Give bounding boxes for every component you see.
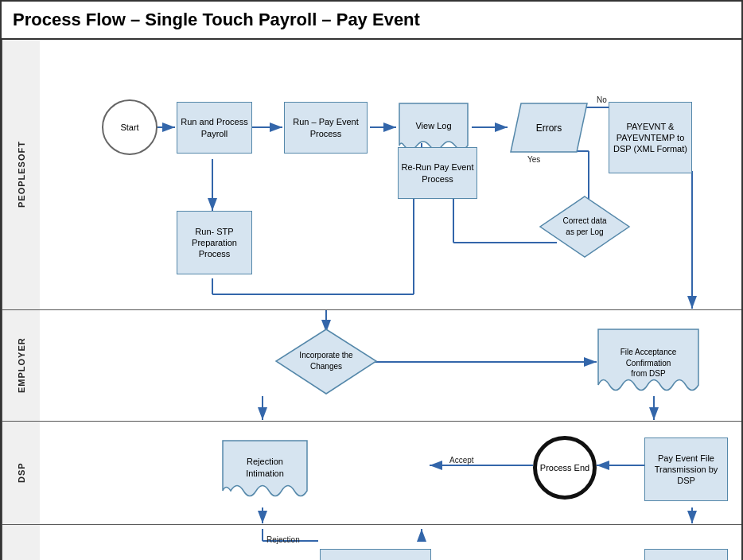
lane-content-peoplesoft: No Yes Start Run and Process Payroll Run… <box>40 40 741 309</box>
incorporate-shape: Incorporate the Changes <box>274 328 378 395</box>
label-no: No <box>597 95 607 104</box>
pay-event-file-shape: Pay Event File Transmission by DSP <box>644 438 728 501</box>
start-shape: Start <box>102 99 158 155</box>
run-pay-event-shape: Run – Pay Event Process <box>284 102 368 154</box>
process-end-label: Process End <box>540 462 589 473</box>
run-process-payroll-shape: Run and Process Payroll <box>177 102 252 154</box>
svg-marker-20 <box>540 196 629 257</box>
pay-event-file-label: Pay Event File Transmission by DSP <box>645 453 727 487</box>
page: Process Flow – Single Touch Payroll – Pa… <box>0 0 743 560</box>
lane-label-employer: EMPLOYER <box>2 310 40 421</box>
diagram-area: PEOPLESOFT <box>2 40 741 560</box>
rerun-label: Re-Run Pay Event Process <box>399 161 477 185</box>
svg-text:View Log: View Log <box>415 121 451 130</box>
rejection-intimation-shape: Rejection Intimation <box>221 439 309 503</box>
svg-text:Incorporate the: Incorporate the <box>299 351 353 360</box>
payevnt-label: PAYEVNT & PAYEVNTEMP to DSP (XML Format) <box>609 121 691 155</box>
correct-data-shape: Correct data as per Log <box>539 195 631 259</box>
label-accept: Accept <box>449 456 474 465</box>
swimlane-ato: ATO Re <box>2 525 741 560</box>
swimlane-peoplesoft: PEOPLESOFT <box>2 40 741 310</box>
svg-text:Correct data: Correct data <box>562 216 606 225</box>
svg-text:Rejection: Rejection <box>247 457 283 466</box>
svg-text:from DSP: from DSP <box>631 369 666 378</box>
lane-content-dsp: Accept Rejection Intimation Process End … <box>40 422 741 524</box>
acknowledgement-shape: Acknowledgement (Accept / Reject) <box>320 549 431 560</box>
lane-label-peoplesoft: PEOPLESOFT <box>2 40 40 309</box>
svg-text:File Acceptance: File Acceptance <box>620 348 677 356</box>
run-stp-label: Run- STP Preparation Process <box>177 226 251 260</box>
arrows-peoplesoft <box>40 40 741 309</box>
payevnt-ato-shape: PAYEVNT & PAYEVNTEMP File from DSP <box>644 549 728 560</box>
lane-label-ato: ATO <box>2 525 40 560</box>
label-yes: Yes <box>527 155 540 164</box>
lane-label-dsp: DSP <box>2 422 40 524</box>
file-acceptance-shape: File Acceptance Confirmation from DSP <box>597 328 700 395</box>
errors-shape: Errors <box>509 102 589 154</box>
run-process-payroll-label: Run and Process Payroll <box>177 116 251 139</box>
run-pay-event-label: Run – Pay Event Process <box>285 116 367 139</box>
process-end-shape: Process End <box>533 436 597 500</box>
start-label: Start <box>120 122 138 133</box>
svg-text:Changes: Changes <box>310 362 342 371</box>
lane-content-ato: Rejection Acknowledgement (Accept / Reje… <box>40 525 741 560</box>
lane-content-employer: Incorporate the Changes File Acceptance … <box>40 310 741 421</box>
svg-text:Errors: Errors <box>536 122 562 134</box>
run-stp-shape: Run- STP Preparation Process <box>177 211 252 274</box>
label-rejection: Rejection <box>266 535 300 544</box>
payevnt-shape: PAYEVNT & PAYEVNTEMP to DSP (XML Format) <box>609 102 692 173</box>
arrows-dsp <box>40 422 741 524</box>
svg-text:Intimation: Intimation <box>246 469 284 478</box>
svg-text:Confirmation: Confirmation <box>626 359 671 368</box>
swimlane-dsp: DSP <box>2 422 741 525</box>
swimlane-employer: EMPLOYER <box>2 310 741 422</box>
rerun-shape: Re-Run Pay Event Process <box>398 147 477 199</box>
view-log-shape: View Log <box>398 102 469 154</box>
svg-text:as per Log: as per Log <box>566 228 603 236</box>
page-title: Process Flow – Single Touch Payroll – Pa… <box>2 2 741 40</box>
